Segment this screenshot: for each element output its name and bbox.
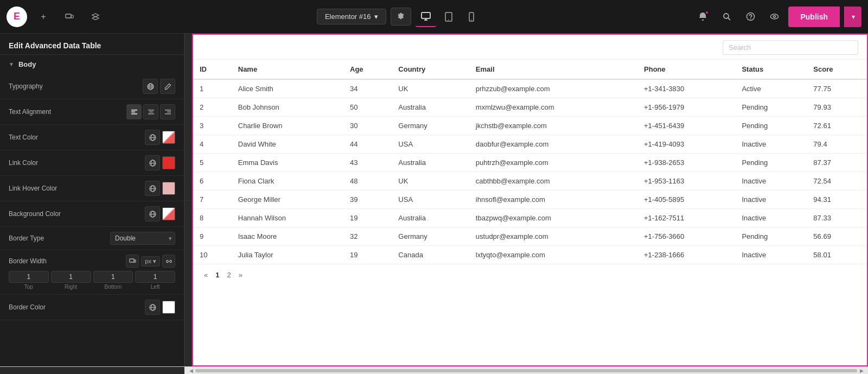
align-right-button[interactable] (160, 104, 175, 119)
resize-handle[interactable]: ⋮ (184, 34, 192, 366)
publish-button[interactable]: Publish (788, 7, 840, 27)
background-color-actions (145, 206, 175, 221)
table-cell: jkchstb@example.com (469, 117, 637, 135)
border-width-left-input[interactable] (135, 271, 175, 283)
data-table: ID Name Age Country Email Phone Status S… (193, 60, 867, 264)
body-section-header[interactable]: ▼ Body (0, 55, 184, 74)
border-width-device-icon[interactable] (126, 255, 139, 268)
svg-rect-38 (130, 259, 134, 262)
desktop-view-button[interactable] (416, 7, 436, 27)
bottom-scroll-left-arrow[interactable]: ◀ (187, 368, 195, 373)
table-cell: Inactive (735, 191, 807, 209)
table-cell: David White (232, 135, 343, 154)
notifications-button[interactable] (693, 7, 712, 27)
preview-button[interactable] (764, 7, 784, 27)
table-cell: Germany (392, 117, 469, 135)
table-cell: +1-938-2653 (637, 154, 735, 172)
tablet-view-button[interactable] (438, 7, 459, 27)
border-width-control-row: Border Width px ▾ Top (0, 250, 184, 295)
bottom-bar: ◀ ▶ (0, 366, 868, 374)
publish-dropdown-button[interactable]: ▾ (844, 7, 861, 27)
section-collapse-icon: ▼ (9, 61, 14, 67)
resize-icon: ⋮ (186, 198, 192, 203)
link-color-global-button[interactable] (145, 155, 160, 170)
pagination-page-1-button[interactable]: 1 (213, 270, 221, 280)
background-color-swatch[interactable] (162, 207, 175, 220)
table-cell: prhzzub@example.com (469, 79, 637, 98)
border-width-top-input[interactable] (9, 271, 49, 283)
pagination-page-2-button[interactable]: 2 (225, 270, 233, 280)
table-cell: Fiona Clark (232, 172, 343, 191)
link-hover-color-global-button[interactable] (145, 181, 160, 196)
border-color-swatch[interactable] (162, 301, 175, 314)
border-color-label: Border Color (9, 303, 145, 311)
table-row: 4David White44USAdaobfur@example.com+1-4… (193, 135, 867, 154)
table-cell: +1-341-3830 (637, 79, 735, 98)
border-type-select[interactable]: None Solid Double Dotted Dashed Groove (110, 232, 175, 245)
border-width-right-input[interactable] (51, 271, 91, 283)
text-alignment-label: Text Alignment (9, 108, 126, 116)
responsive-mode-button[interactable] (60, 7, 79, 27)
canvas-area: ID Name Age Country Email Phone Status S… (192, 34, 868, 366)
typography-edit-button[interactable] (160, 79, 175, 94)
table-cell: 32 (343, 227, 392, 246)
typography-global-button[interactable] (143, 79, 158, 94)
table-row: 3Charlie Brown30Germanyjkchstb@example.c… (193, 117, 867, 135)
table-cell: 19 (343, 246, 392, 264)
svg-point-6 (471, 19, 471, 20)
border-width-right-group: Right (51, 271, 91, 290)
elementor-title-button[interactable]: Elementor #16 ▾ (317, 9, 386, 24)
table-cell: Bob Johnson (232, 98, 343, 117)
border-type-actions: None Solid Double Dotted Dashed Groove (110, 232, 175, 245)
table-cell: 39 (343, 191, 392, 209)
typography-control-row: Typography (0, 74, 184, 99)
pagination-prev-button[interactable]: « (202, 270, 210, 280)
view-mode-buttons (416, 7, 482, 27)
border-width-bottom-input[interactable] (93, 271, 133, 283)
table-cell: Pending (735, 98, 807, 117)
mobile-view-button[interactable] (461, 7, 482, 27)
search-button[interactable] (717, 7, 736, 27)
border-color-global-button[interactable] (145, 300, 160, 315)
text-color-swatch[interactable] (162, 131, 175, 144)
table-cell: USA (392, 135, 469, 154)
table-cell: 7 (193, 191, 232, 209)
align-center-button[interactable] (143, 104, 158, 119)
table-cell: 50 (343, 98, 392, 117)
border-width-top-row: Border Width px ▾ (9, 255, 175, 268)
link-hover-color-swatch[interactable] (162, 182, 175, 195)
topbar-center: Elementor #16 ▾ (105, 7, 693, 27)
svg-rect-18 (131, 111, 135, 112)
table-search-input[interactable] (723, 40, 858, 55)
table-cell: 72.54 (807, 172, 867, 191)
table-cell: +1-756-3660 (637, 227, 735, 246)
bottom-scrollbar-thumb[interactable] (195, 369, 857, 372)
bottom-bar-scroll: ◀ ▶ (184, 368, 868, 373)
svg-rect-21 (149, 111, 153, 112)
table-cell: USA (392, 191, 469, 209)
table-cell: Canada (392, 246, 469, 264)
text-color-global-button[interactable] (145, 130, 160, 145)
panel-header: Edit Advanced Data Table (0, 34, 184, 55)
background-color-global-button[interactable] (145, 206, 160, 221)
add-element-button[interactable]: + (34, 7, 53, 27)
layers-button[interactable] (86, 7, 105, 27)
table-cell: 94.31 (807, 191, 867, 209)
settings-button[interactable] (391, 8, 411, 26)
table-header-row: ID Name Age Country Email Phone Status S… (193, 60, 867, 79)
border-type-control-row: Border Type None Solid Double Dotted Das… (0, 227, 184, 250)
border-width-unit-button[interactable]: px ▾ (141, 256, 160, 267)
pagination-next-button[interactable]: » (237, 270, 245, 280)
text-color-actions (145, 130, 175, 145)
help-button[interactable] (741, 7, 760, 27)
table-cell: 19 (343, 209, 392, 227)
bottom-scrollbar-track[interactable] (195, 369, 857, 372)
table-cell: Julia Taylor (232, 246, 343, 264)
link-color-swatch[interactable] (162, 156, 175, 169)
bottom-scroll-right-arrow[interactable]: ▶ (857, 368, 866, 373)
table-cell: 44 (343, 135, 392, 154)
elementor-logo[interactable]: E (7, 7, 27, 27)
align-left-button[interactable] (126, 104, 142, 119)
border-width-link-button[interactable] (162, 255, 175, 268)
table-row: 1Alice Smith34UKprhzzub@example.com+1-34… (193, 79, 867, 98)
